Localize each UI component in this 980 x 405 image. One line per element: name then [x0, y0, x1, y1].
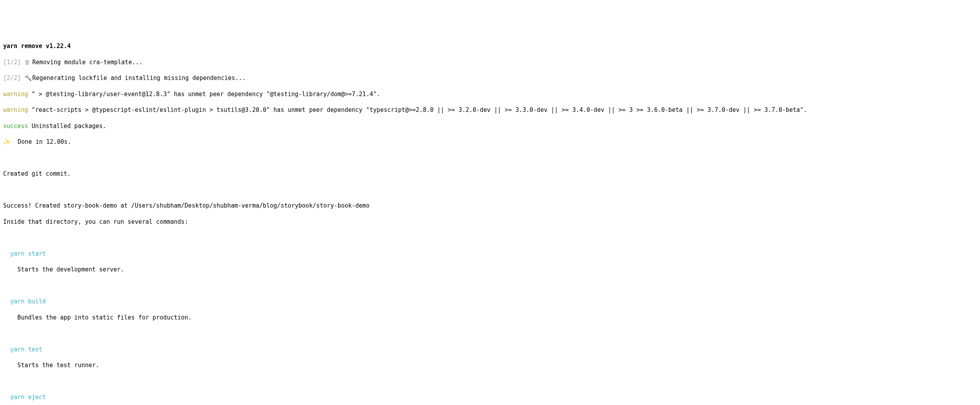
blank-line [3, 186, 977, 194]
command-desc: Starts the development server. [3, 266, 977, 273]
blank-line [3, 234, 977, 242]
created-success-line: Success! Created story-book-demo at /Use… [3, 202, 977, 210]
terminal-output: yarn remove v1.22.4 [1/2] 🗑 Removing mod… [3, 34, 977, 405]
success-text: Uninstalled packages. [28, 123, 106, 130]
warning-label: warning [3, 106, 28, 113]
step-num: [2/2] [3, 74, 21, 82]
blank-line [3, 282, 977, 290]
inside-dir-line: Inside that directory, you can run sever… [3, 218, 977, 226]
step-text: Regenerating lockfile and installing mis… [29, 74, 246, 82]
warning-label: warning [3, 91, 28, 98]
blank-line [3, 377, 977, 385]
warning-line: warning " > @testing-library/user-event@… [3, 90, 977, 98]
trash-icon: 🗑 [24, 58, 29, 66]
warning-text: " > @testing-library/user-event@12.8.3" … [28, 91, 380, 98]
command-name: yarn build [3, 297, 977, 305]
step-line: [1/2] 🗑 Removing module cra-template... [3, 58, 977, 66]
yarn-header: yarn remove v1.22.4 [3, 42, 977, 50]
step-line: [2/2] 🔨 Regenerating lockfile and instal… [3, 74, 977, 82]
command-desc: Starts the test runner. [3, 361, 977, 369]
command-name: yarn start [3, 250, 977, 258]
success-label: success [3, 123, 28, 130]
step-text: Removing module cra-template... [29, 59, 143, 66]
warning-line: warning "react-scripts > @typescript-esl… [3, 106, 977, 114]
hammer-icon: 🔨 [24, 74, 29, 82]
sparkle-icon: ✨ [3, 138, 11, 145]
command-name: yarn test [3, 346, 977, 353]
done-text: Done in 12.00s. [11, 138, 71, 145]
step-num: [1/2] [3, 59, 21, 66]
blank-line [3, 329, 977, 337]
success-line: success Uninstalled packages. [3, 122, 977, 130]
blank-line [3, 154, 977, 162]
done-line: ✨ Done in 12.00s. [3, 138, 977, 146]
command-desc: Bundles the app into static files for pr… [3, 314, 977, 321]
warning-text: "react-scripts > @typescript-eslint/esli… [28, 106, 807, 113]
command-name: yarn eject [3, 393, 977, 401]
git-commit-line: Created git commit. [3, 170, 977, 178]
